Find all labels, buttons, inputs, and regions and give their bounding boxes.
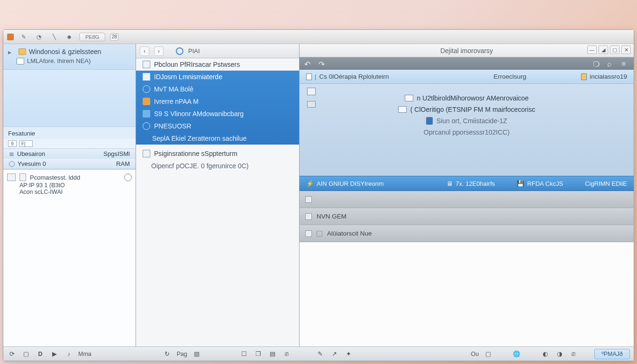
mid-sel-5-label: SeplA Ekiel Zeratterorn sachilue: [152, 135, 246, 142]
tab-3[interactable]: incialassro19: [581, 73, 627, 80]
mid-sel-2-label: Ivrerre nPAA M: [154, 98, 199, 105]
tb-i2-icon[interactable]: ❐: [254, 350, 263, 358]
tb-i6-icon[interactable]: ↗: [329, 350, 339, 358]
prop-row-1-left: Ubesairon: [17, 150, 45, 157]
tb-mma-label: Mma: [78, 351, 91, 357]
tb-i4-icon[interactable]: ⎚: [282, 350, 291, 358]
rt-gear-icon[interactable]: ❍: [593, 60, 601, 67]
mid-sel-1[interactable]: MvT MA Bolè: [136, 83, 299, 95]
table2-icon: [143, 150, 150, 157]
mid-sel-1-label: MvT MA Bolè: [154, 85, 193, 93]
ribbon-seg-1[interactable]: ⚡ AIN GNIUR DISYIreonm: [306, 180, 384, 187]
window-min-button[interactable]: —: [587, 46, 597, 54]
tab-3-label: incialassro19: [590, 73, 627, 80]
mid-item-top-0[interactable]: Pbcloun PfRIrsacar Pstwsers: [136, 58, 299, 71]
tb-box-icon[interactable]: ▧: [192, 350, 201, 358]
grid-tool-icon[interactable]: [307, 88, 316, 95]
bars-icon: ≣: [9, 150, 14, 157]
content-icon-1: [405, 95, 413, 101]
folder-icon: [18, 48, 26, 55]
rt-menu-icon[interactable]: ≡: [621, 60, 629, 67]
tab-1[interactable]: | Cs 0lOérapia Rploluteirn: [306, 73, 389, 80]
tb-d-icon[interactable]: D: [36, 350, 45, 358]
tb-chip[interactable]: ºPMAJð: [594, 349, 630, 359]
prop-row-1[interactable]: ≣ Ubesairon SpgsISMl: [3, 149, 136, 159]
rt-search-icon[interactable]: ⌕: [607, 60, 615, 67]
tb-ou-label: Ou: [471, 351, 479, 357]
disk-icon: [305, 196, 312, 203]
prop-row-2[interactable]: Yvesuim 0 RAM: [3, 159, 136, 169]
mid-item-bot-0[interactable]: Psiginsrationne sSppterturm: [136, 147, 299, 160]
nav-fwd-button[interactable]: ›: [154, 46, 164, 56]
ribbon-seg-4[interactable]: CigRIMN EDliE: [585, 180, 627, 187]
refresh-icon: [143, 85, 150, 93]
ribbon-seg-1-label: AIN GNIUR DISYIreonm: [317, 180, 384, 187]
tree-child-row[interactable]: LMLAfore. Ihirem NEA): [8, 56, 131, 65]
tb-i1-icon[interactable]: ☐: [239, 350, 249, 358]
tb-globe-icon[interactable]: 🌐: [512, 350, 521, 358]
tb-sq1-icon[interactable]: ▢: [483, 350, 493, 358]
device-icon: [581, 73, 587, 80]
tb-i3-icon[interactable]: ▤: [268, 350, 277, 358]
rt-fwd-icon[interactable]: ↷: [318, 60, 326, 67]
stack-bar-2[interactable]: NVN GEM: [300, 208, 634, 225]
rt-back-icon[interactable]: ↶: [304, 60, 312, 67]
tb-i7-icon[interactable]: ✦: [344, 350, 353, 358]
tb-r2-icon[interactable]: ◑: [555, 350, 564, 358]
right-ribbon: ⚡ AIN GNIUR DISYIreonm 🖥 7x. 12E0hairfs …: [300, 176, 634, 191]
tb-play-icon[interactable]: ▶: [50, 350, 59, 358]
quick-filter-row: 9 F|: [3, 139, 136, 149]
window-opt-button[interactable]: ◢: [599, 46, 608, 54]
keyboard-tool-icon[interactable]: [307, 101, 316, 108]
doc-small-icon: [306, 73, 312, 80]
toolbar-button-emoji[interactable]: ☻: [64, 32, 74, 42]
tree-root-row[interactable]: ▸ Windonosi & gzielssteen: [8, 47, 131, 56]
tab-2-label: Erroeclsurg: [493, 73, 526, 80]
table-icon: [143, 61, 150, 68]
tab-2[interactable]: Erroeclsurg: [493, 73, 526, 80]
folder-blue-icon: [143, 110, 150, 118]
prop-row-1-right: SpgsISMl: [103, 150, 130, 157]
mid-sel-3[interactable]: S9 S Vlinonr AMdowanibcbarg: [136, 108, 299, 120]
content-line-2: ( ClOeritigo (ETSNIP FM M mairfocecorisc: [410, 106, 535, 113]
stack-bar-1[interactable]: [300, 191, 634, 208]
ribbon-seg-3[interactable]: 💾 RFDA CkcJS: [517, 180, 563, 187]
toolbar-button-3[interactable]: ╲: [49, 32, 59, 42]
toolbar-mini[interactable]: 28: [110, 33, 118, 41]
detail-header-row[interactable]: Pcomastesst. lddd: [7, 173, 132, 182]
tb-note-icon[interactable]: ♪: [64, 350, 73, 358]
globe-small-icon[interactable]: [124, 173, 132, 181]
tb-refresh2-icon[interactable]: ↻: [163, 350, 172, 358]
quick-filter-field-1[interactable]: 9: [8, 140, 17, 147]
flag-icon: [317, 231, 322, 237]
mid-item-bot-1[interactable]: Oipencf pOCJE. 0 fgerunirce 0C): [136, 160, 299, 172]
mid-sel-0[interactable]: IDJosrn Lmnismiaterde: [136, 71, 299, 83]
stack-bar-3[interactable]: Alüiatorscit Nue: [300, 225, 634, 242]
content-icon-2: [398, 106, 407, 113]
mid-sel-5[interactable]: SeplA Ekiel Zeratterorn sachilue: [136, 132, 299, 145]
toolbar-pill[interactable]: PE8G: [79, 33, 105, 41]
ribbon-seg-2[interactable]: 🖥 7x. 12E0hairfs: [446, 180, 495, 187]
mid-sel-2[interactable]: Ivrerre nPAA M: [136, 95, 299, 108]
tab-1-label: Cs 0lOérapia Rploluteirn: [319, 73, 389, 80]
globe-icon: [176, 47, 183, 55]
window-close-button[interactable]: ✕: [621, 46, 631, 54]
mail-icon: [143, 98, 150, 105]
window-max-button[interactable]: ▢: [610, 46, 619, 54]
feature-section-label: Fesatunie: [3, 127, 136, 139]
mid-sel-4[interactable]: PNESUOSR: [136, 120, 299, 132]
toolbar-button-clock[interactable]: ◔: [34, 32, 44, 42]
tb-window-icon[interactable]: ▢: [21, 350, 31, 358]
nav-back-button[interactable]: ‹: [140, 46, 149, 56]
content-icon-3: [426, 117, 433, 125]
tb-i5-icon[interactable]: ✎: [315, 350, 325, 358]
toolbar-button-1[interactable]: ✎: [18, 32, 29, 42]
right-titlebar: Dejital imorovarsy — ◢ ▢ ✕: [300, 44, 634, 57]
quick-filter-field-2[interactable]: F|: [19, 140, 33, 147]
right-panel: Dejital imorovarsy — ◢ ▢ ✕ ↶ ↷ ❍ ⌕ ≡: [300, 44, 634, 346]
prop-row-2-right: RAM: [116, 160, 130, 167]
tb-power-icon[interactable]: ⟳: [7, 350, 17, 358]
tb-r3-icon[interactable]: ⎚: [569, 350, 578, 358]
left-detail-block: Pcomastesst. lddd AP:IP 93 1 (B3tO Acon …: [3, 169, 136, 346]
tb-r1-icon[interactable]: ◐: [540, 350, 550, 358]
